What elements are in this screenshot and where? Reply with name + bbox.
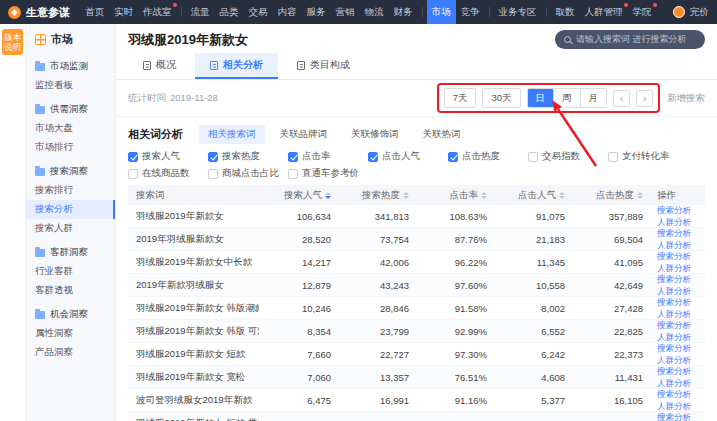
sort-icon[interactable] — [559, 192, 565, 199]
checkbox-mall-click-ratio[interactable] — [208, 169, 218, 179]
nav-item-crowd-mgmt[interactable]: 人群管理 — [580, 0, 628, 24]
action-link-search-analysis[interactable]: 搜索分析 — [657, 320, 705, 330]
checkbox-search-heat[interactable] — [208, 152, 218, 162]
sidebar-item-monitor-board[interactable]: 监控看板 — [26, 76, 115, 95]
nav-item-realtime[interactable]: 实时 — [109, 0, 138, 24]
granularity-week[interactable]: 周 — [553, 89, 580, 107]
sidebar-item-product-insight[interactable]: 产品洞察 — [26, 343, 115, 362]
analysis-tab-related-brand-words[interactable]: 关联品牌词 — [271, 125, 337, 144]
action-link-search-analysis[interactable]: 搜索分析 — [657, 228, 705, 238]
column-header-click-popularity[interactable]: 点击人气 — [493, 189, 571, 202]
sidebar-item-search-ranking[interactable]: 搜索排行 — [26, 181, 115, 200]
metric-click-heat[interactable]: 点击热度 — [448, 150, 528, 163]
nav-item-war-room[interactable]: 作战室 — [138, 0, 177, 24]
nav-item-business-zone[interactable]: 业务专区 — [494, 0, 542, 24]
metric-online-products[interactable]: 在线商品数 — [128, 167, 208, 180]
action-link-search-analysis[interactable]: 搜索分析 — [657, 274, 705, 284]
action-link-crowd-analysis[interactable]: 人群分析 — [657, 355, 705, 365]
nav-item-market[interactable]: 市场 — [427, 0, 456, 24]
nav-item-compete[interactable]: 竞争 — [456, 0, 485, 24]
action-link-search-analysis[interactable]: 搜索分析 — [657, 297, 705, 307]
tab-overview[interactable]: 概况 — [128, 53, 191, 79]
sort-icon[interactable] — [637, 192, 643, 199]
metric-search-heat[interactable]: 搜索热度 — [208, 150, 288, 163]
checkbox-click-heat[interactable] — [448, 152, 458, 162]
nav-item-academy[interactable]: 学院 — [628, 0, 657, 24]
metric-payment-conversion[interactable]: 支付转化率 — [608, 150, 688, 163]
nav-item-traffic[interactable]: 流量 — [186, 0, 215, 24]
metric-express-ref-price[interactable]: 直通车参考价 — [288, 167, 368, 180]
action-link-search-analysis[interactable]: 搜索分析 — [657, 251, 705, 261]
action-link-crowd-analysis[interactable]: 人群分析 — [657, 240, 705, 250]
action-link-crowd-analysis[interactable]: 人群分析 — [657, 309, 705, 319]
action-link-search-analysis[interactable]: 搜索分析 — [657, 389, 705, 399]
column-header-click-heat[interactable]: 点击热度 — [571, 189, 649, 202]
action-link-search-analysis[interactable]: 搜索分析 — [657, 205, 705, 215]
prev-page-button[interactable]: ‹ — [613, 90, 630, 107]
nav-item-category[interactable]: 品类 — [215, 0, 244, 24]
search-input[interactable]: 请输入搜索词 进行搜索分析 — [555, 30, 705, 49]
action-link-search-analysis[interactable]: 搜索分析 — [657, 343, 705, 353]
column-header-click-rate[interactable]: 点击率 — [415, 189, 493, 202]
sidebar-item-market-overview[interactable]: 市场大盘 — [26, 119, 115, 138]
metric-click-popularity[interactable]: 点击人气 — [368, 150, 448, 163]
sidebar-item-supply-demand-insight[interactable]: 供需洞察 — [26, 100, 115, 119]
checkbox-express-ref-price[interactable] — [288, 169, 298, 179]
sidebar-item-customer-insight[interactable]: 客群洞察 — [26, 243, 115, 262]
nav-item-service[interactable]: 服务 — [302, 0, 331, 24]
metric-click-rate[interactable]: 点击率 — [288, 150, 368, 163]
checkbox-click-rate[interactable] — [288, 152, 298, 162]
sidebar-item-attribute-insight[interactable]: 属性洞察 — [26, 324, 115, 343]
sidebar-item-market-monitor[interactable]: 市场监测 — [26, 57, 115, 76]
nav-item-content[interactable]: 内容 — [273, 0, 302, 24]
action-link-crowd-analysis[interactable]: 人群分析 — [657, 401, 705, 411]
range-button-30d[interactable]: 30天 — [482, 88, 520, 108]
sidebar-item-market-ranking[interactable]: 市场排行 — [26, 138, 115, 157]
tab-category-composition[interactable]: 类目构成 — [282, 53, 365, 79]
checkbox-click-popularity[interactable] — [368, 152, 378, 162]
action-link-crowd-analysis[interactable]: 人群分析 — [657, 378, 705, 388]
new-search-link[interactable]: 新增搜索 — [667, 92, 705, 105]
action-link-crowd-analysis[interactable]: 人群分析 — [657, 263, 705, 273]
checkbox-search-popularity[interactable] — [128, 152, 138, 162]
analysis-tab-related-search-words[interactable]: 相关搜索词 — [199, 125, 265, 144]
sort-icon[interactable] — [481, 192, 487, 199]
next-page-button[interactable]: › — [636, 90, 653, 107]
sidebar-item-search-insight[interactable]: 搜索洞察 — [26, 162, 115, 181]
action-link-search-analysis[interactable]: 搜索分析 — [657, 412, 705, 421]
metric-trade-index[interactable]: 交易指数 — [528, 150, 608, 163]
column-header-search-popularity[interactable]: 搜索人气 — [259, 189, 337, 202]
action-link-crowd-analysis[interactable]: 人群分析 — [657, 286, 705, 296]
column-header-search-heat[interactable]: 搜索热度 — [337, 189, 415, 202]
range-button-7d[interactable]: 7天 — [444, 88, 477, 108]
version-note-tag[interactable]: 版本说明 — [2, 29, 23, 55]
sidebar-item-search-crowd[interactable]: 搜索人群 — [26, 219, 115, 238]
checkbox-payment-conversion[interactable] — [608, 152, 618, 162]
sort-icon[interactable] — [403, 192, 409, 199]
action-link-crowd-analysis[interactable]: 人群分析 — [657, 217, 705, 227]
sidebar-item-industry-customer[interactable]: 行业客群 — [26, 262, 115, 281]
sidebar-item-opportunity-insight[interactable]: 机会洞察 — [26, 305, 115, 324]
sidebar-item-search-analysis[interactable]: 搜索分析 — [26, 200, 115, 219]
granularity-day[interactable]: 日 — [528, 89, 554, 107]
action-link-crowd-analysis[interactable]: 人群分析 — [657, 332, 705, 342]
nav-item-data-fetch[interactable]: 取数 — [551, 0, 580, 24]
analysis-tab-related-modifier-words[interactable]: 关联修饰词 — [342, 125, 408, 144]
metric-search-popularity[interactable]: 搜索人气 — [128, 150, 208, 163]
granularity-month[interactable]: 月 — [580, 89, 607, 107]
nav-item-logistics[interactable]: 物流 — [360, 0, 389, 24]
sidebar-item-customer-perspective[interactable]: 客群透视 — [26, 281, 115, 300]
action-link-search-analysis[interactable]: 搜索分析 — [657, 366, 705, 376]
nav-item-marketing[interactable]: 营销 — [331, 0, 360, 24]
sort-icon[interactable] — [325, 192, 331, 199]
tab-related-analysis[interactable]: 相关分析 — [195, 53, 278, 79]
analysis-tab-related-hot-words[interactable]: 关联热词 — [414, 125, 470, 144]
nav-account[interactable]: 完价 — [673, 6, 709, 19]
checkbox-online-products[interactable] — [128, 169, 138, 179]
metric-mall-click-ratio[interactable]: 商城点击占比 — [208, 167, 288, 180]
nav-item-trade[interactable]: 交易 — [244, 0, 273, 24]
nav-item-home[interactable]: 首页 — [80, 0, 109, 24]
checkbox-trade-index[interactable] — [528, 152, 538, 162]
nav-item-finance[interactable]: 财务 — [389, 0, 418, 24]
app-logo[interactable]: 生意参谋 — [8, 5, 70, 20]
